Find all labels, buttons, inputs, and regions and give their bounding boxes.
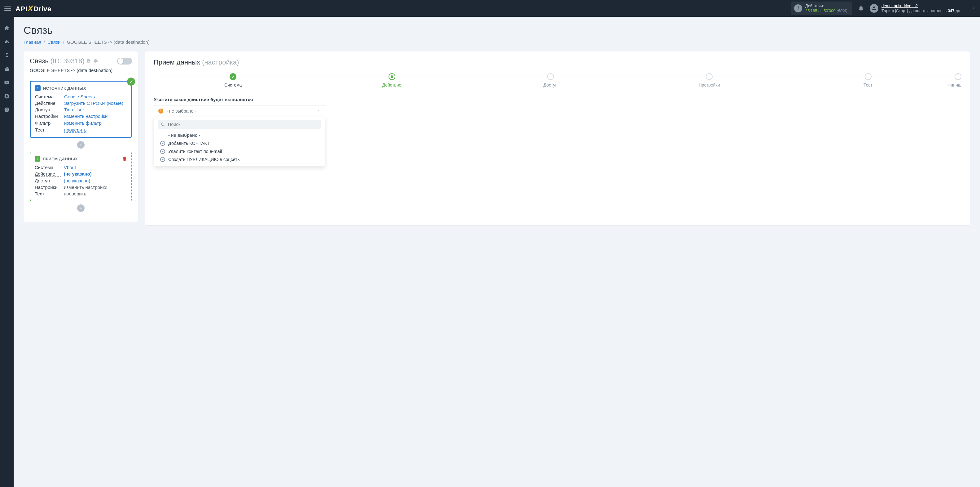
option-create-post[interactable]: Создать ПУБЛИКАЦИЮ в соцсеть <box>158 155 321 163</box>
delete-icon[interactable] <box>122 156 127 163</box>
gear-icon[interactable] <box>93 58 98 64</box>
step-dot-settings[interactable] <box>706 73 713 80</box>
actions-used: 25'165 <box>805 8 817 13</box>
dst-heading: ПРИЕМ ДАННЫХ <box>43 156 78 161</box>
svg-rect-1 <box>6 42 8 43</box>
crumb-links[interactable]: Связи <box>48 39 60 45</box>
user-menu[interactable]: demo_apix-drive_s2 Тариф |Старт| до опла… <box>870 3 960 14</box>
action-select: ! - не выбрано - - не выбрано - Добавить… <box>154 105 325 166</box>
dropdown-search[interactable] <box>158 120 321 129</box>
sidebar-briefcase-icon[interactable] <box>0 62 14 76</box>
dst-test: проверить <box>64 191 86 196</box>
step-dot-finish[interactable] <box>955 73 961 80</box>
step-dot-system[interactable] <box>229 73 236 80</box>
src-test[interactable]: проверить <box>64 127 86 133</box>
connection-title: Связь <box>30 57 49 65</box>
config-title: Прием данных (настройка) <box>154 58 961 66</box>
src-filter[interactable]: изменить фильтр <box>64 120 102 126</box>
warning-icon: ! <box>158 109 163 113</box>
tariff-info: Тариф |Старт| до оплаты осталось 347 дн <box>881 8 960 13</box>
crumb-home[interactable]: Главная <box>24 39 41 45</box>
source-box: 1ИСТОЧНИК ДАННЫХ СистемаGoogle Sheets Де… <box>30 81 132 138</box>
connection-id: (ID: 39318) <box>51 57 84 65</box>
option-add-contact[interactable]: Добавить КОНТАКТ <box>158 139 321 147</box>
step-dot-test[interactable] <box>865 73 872 80</box>
action-field-label: Укажите какое действие будет выполнятся <box>154 97 961 102</box>
step-number-1: 1 <box>35 85 41 91</box>
wizard-steps: Система Действие Доступ Настройки Тест Ф… <box>154 73 961 88</box>
dst-action[interactable]: (не указано) <box>64 171 92 177</box>
connection-card: Связь (ID: 39318) GOOGLE SHEETS -> (data… <box>24 51 138 222</box>
document-icon[interactable] <box>86 58 91 64</box>
breadcrumb: Главная/ Связи/ GOOGLE SHEETS -> (data d… <box>24 39 970 45</box>
avatar-icon <box>870 4 878 13</box>
sidebar-video-icon[interactable] <box>0 76 14 89</box>
svg-rect-2 <box>8 42 9 43</box>
search-icon <box>161 122 165 127</box>
src-system[interactable]: Google Sheets <box>64 94 95 99</box>
actions-label: Действия: <box>805 3 847 8</box>
user-name: demo_apix-drive_s2 <box>881 3 960 8</box>
play-icon <box>160 157 165 162</box>
logo[interactable]: APIXDrive <box>16 4 51 13</box>
sidebar-home-icon[interactable] <box>0 21 14 35</box>
add-step-button-2[interactable]: + <box>77 204 84 212</box>
actions-of: из <box>818 8 822 13</box>
svg-rect-0 <box>5 42 6 43</box>
dst-settings: изменить настройки <box>64 185 107 190</box>
search-input[interactable] <box>168 122 318 127</box>
sidebar-connections-icon[interactable] <box>0 35 14 48</box>
config-card: Прием данных (настройка) Система Действи… <box>145 51 970 225</box>
actions-quota[interactable]: i Действия: 25'165 из 50'000 (50%) <box>791 2 852 16</box>
src-settings[interactable]: изменить настройки <box>64 113 108 119</box>
source-heading: ИСТОЧНИК ДАННЫХ <box>43 86 86 91</box>
add-step-button[interactable]: + <box>77 141 84 148</box>
play-icon <box>160 141 165 146</box>
sidebar-billing-icon[interactable] <box>0 48 14 62</box>
menu-toggle-icon[interactable] <box>4 6 11 11</box>
option-none[interactable]: - не выбрано - <box>158 131 321 139</box>
chevron-down-icon[interactable] <box>971 6 976 11</box>
step-dot-action[interactable] <box>388 73 395 80</box>
sidebar-help-icon[interactable] <box>0 103 14 117</box>
option-delete-contact[interactable]: Удалить контакт по e-mail <box>158 147 321 155</box>
crumb-current: GOOGLE SHEETS -> (data destination) <box>67 39 150 45</box>
src-access[interactable]: Tina User <box>64 107 84 112</box>
enable-toggle[interactable] <box>117 58 132 64</box>
step-dot-access[interactable] <box>547 73 554 80</box>
select-placeholder: - не выбрано - <box>166 109 196 113</box>
action-select-head[interactable]: ! - не выбрано - <box>154 105 325 117</box>
svg-rect-3 <box>6 40 8 41</box>
connection-name: GOOGLE SHEETS -> (data destination) <box>30 68 132 76</box>
src-action[interactable]: Загрузить СТРОКИ (новые) <box>64 101 123 106</box>
dst-system[interactable]: Vbout <box>64 165 76 170</box>
check-icon <box>127 78 135 86</box>
main-content: Связь Главная/ Связи/ GOOGLE SHEETS -> (… <box>14 17 980 487</box>
info-icon: i <box>794 4 802 13</box>
chevron-up-icon <box>317 109 321 113</box>
actions-pct: (50%) <box>837 8 847 13</box>
bell-icon[interactable] <box>858 5 864 12</box>
play-icon <box>160 149 165 154</box>
action-dropdown: - не выбрано - Добавить КОНТАКТ Удалить … <box>154 117 325 166</box>
step-number-2: 2 <box>35 156 40 161</box>
sidebar-account-icon[interactable] <box>0 89 14 103</box>
sidebar <box>0 17 14 487</box>
page-title: Связь <box>24 24 970 36</box>
actions-total: 50'000 <box>824 8 835 13</box>
destination-box: 2ПРИЕМ ДАННЫХ СистемаVbout Действие(не у… <box>30 152 132 201</box>
topbar: APIXDrive i Действия: 25'165 из 50'000 (… <box>0 0 980 17</box>
dst-access[interactable]: (не указано) <box>64 178 90 183</box>
